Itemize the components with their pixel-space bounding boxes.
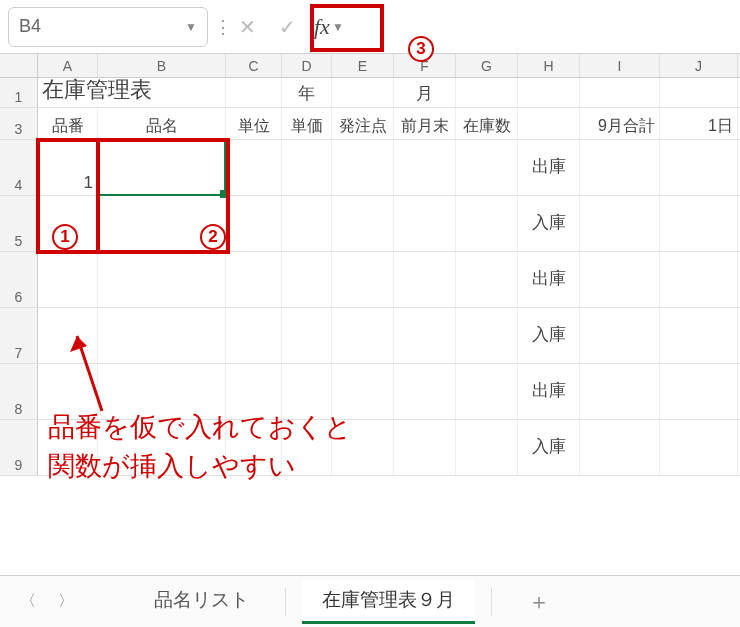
cell[interactable] <box>394 364 456 419</box>
cell[interactable] <box>98 420 226 475</box>
cell[interactable] <box>226 252 282 307</box>
col-header-E[interactable]: E <box>332 54 394 77</box>
stock-label[interactable]: 入庫 <box>518 420 580 475</box>
chevron-down-icon[interactable]: ▼ <box>332 20 344 34</box>
header-goukei[interactable]: 9月合計 <box>580 108 660 139</box>
name-box[interactable]: B4 ▼ <box>8 7 208 47</box>
cell[interactable] <box>282 196 332 251</box>
stock-label[interactable]: 出庫 <box>518 140 580 195</box>
cell[interactable] <box>518 108 580 139</box>
cell[interactable] <box>332 252 394 307</box>
header-hinmei[interactable]: 品名 <box>98 108 226 139</box>
row-header-9[interactable]: 9 <box>0 420 38 475</box>
header-hacchuten[interactable]: 発注点 <box>332 108 394 139</box>
stock-label[interactable]: 入庫 <box>518 196 580 251</box>
row-header-5[interactable]: 5 <box>0 196 38 251</box>
stock-label[interactable]: 出庫 <box>518 252 580 307</box>
cell[interactable] <box>332 308 394 363</box>
row-header-6[interactable]: 6 <box>0 252 38 307</box>
cell[interactable] <box>456 308 518 363</box>
cell[interactable] <box>226 78 282 107</box>
cell[interactable] <box>456 78 518 107</box>
row-header-8[interactable]: 8 <box>0 364 38 419</box>
cell[interactable] <box>38 308 98 363</box>
cell[interactable] <box>282 364 332 419</box>
cell[interactable] <box>98 364 226 419</box>
cell[interactable] <box>282 252 332 307</box>
cell[interactable] <box>660 420 738 475</box>
cell[interactable] <box>332 364 394 419</box>
header-zaikosuu[interactable]: 在庫数 <box>456 108 518 139</box>
cell[interactable] <box>38 420 98 475</box>
col-header-G[interactable]: G <box>456 54 518 77</box>
cell-B4[interactable] <box>98 140 226 195</box>
stock-label[interactable]: 出庫 <box>518 364 580 419</box>
col-header-H[interactable]: H <box>518 54 580 77</box>
cell[interactable] <box>98 196 226 251</box>
header-tanni[interactable]: 単位 <box>226 108 282 139</box>
cell[interactable] <box>282 308 332 363</box>
tab-inventory-sept[interactable]: 在庫管理表９月 <box>302 580 475 624</box>
cell[interactable] <box>580 196 660 251</box>
cell[interactable] <box>98 252 226 307</box>
cell[interactable] <box>226 308 282 363</box>
cell[interactable] <box>580 308 660 363</box>
col-header-C[interactable]: C <box>226 54 282 77</box>
header-zengetsumatsu[interactable]: 前月末 <box>394 108 456 139</box>
cell[interactable] <box>580 252 660 307</box>
cell[interactable] <box>394 140 456 195</box>
cancel-icon[interactable]: ✕ <box>234 14 260 40</box>
col-header-B[interactable]: B <box>98 54 226 77</box>
cell[interactable] <box>98 308 226 363</box>
cell[interactable] <box>226 196 282 251</box>
col-header-J[interactable]: J <box>660 54 738 77</box>
cell[interactable] <box>580 420 660 475</box>
cell[interactable] <box>580 364 660 419</box>
header-day1[interactable]: 1日 <box>660 108 738 139</box>
tab-item-list[interactable]: 品名リスト <box>134 580 269 624</box>
cell[interactable] <box>332 196 394 251</box>
add-sheet-icon[interactable]: ＋ <box>528 587 550 617</box>
tab-next-icon[interactable]: 〉 <box>50 586 82 618</box>
cell[interactable] <box>282 140 332 195</box>
cell[interactable] <box>580 78 660 107</box>
header-tanka[interactable]: 単価 <box>282 108 332 139</box>
cell[interactable] <box>332 420 394 475</box>
tab-prev-icon[interactable]: 〈 <box>12 586 44 618</box>
cell[interactable] <box>660 140 738 195</box>
cell[interactable] <box>660 308 738 363</box>
cell[interactable] <box>394 252 456 307</box>
stock-label[interactable]: 入庫 <box>518 308 580 363</box>
col-header-F[interactable]: F <box>394 54 456 77</box>
cell[interactable] <box>660 252 738 307</box>
cell[interactable] <box>282 420 332 475</box>
cell[interactable] <box>456 140 518 195</box>
cell[interactable] <box>394 196 456 251</box>
row-header-3[interactable]: 3 <box>0 108 38 139</box>
cell[interactable] <box>394 420 456 475</box>
cell[interactable] <box>38 252 98 307</box>
cell[interactable] <box>660 364 738 419</box>
cell[interactable] <box>332 78 394 107</box>
month-label[interactable]: 月 <box>394 78 456 107</box>
cell[interactable] <box>456 420 518 475</box>
select-all-corner[interactable] <box>0 54 38 77</box>
chevron-down-icon[interactable]: ▼ <box>185 20 197 34</box>
cell[interactable] <box>580 140 660 195</box>
header-hinban[interactable]: 品番 <box>38 108 98 139</box>
col-header-A[interactable]: A <box>38 54 98 77</box>
cell[interactable] <box>38 196 98 251</box>
cell[interactable] <box>38 364 98 419</box>
insert-function-button[interactable]: fx ▼ <box>314 14 344 40</box>
cell[interactable] <box>660 196 738 251</box>
row-header-1[interactable]: 1 <box>0 78 38 107</box>
cell[interactable] <box>226 140 282 195</box>
cell[interactable] <box>660 78 738 107</box>
cell[interactable] <box>456 252 518 307</box>
row-header-4[interactable]: 4 <box>0 140 38 195</box>
cell-A4[interactable]: 1 <box>38 140 98 195</box>
col-header-D[interactable]: D <box>282 54 332 77</box>
cell[interactable] <box>518 78 580 107</box>
cell[interactable] <box>226 420 282 475</box>
year-label[interactable]: 年 <box>282 78 332 107</box>
